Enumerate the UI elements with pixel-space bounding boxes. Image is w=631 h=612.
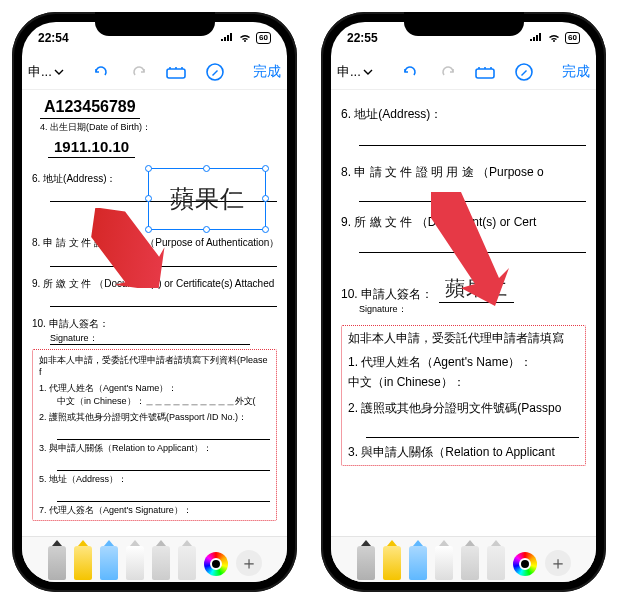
signature-handwriting: 蘋果仁 <box>149 169 265 229</box>
box7: 7. 代理人簽名（Agent's Signature）： <box>39 504 270 516</box>
notch <box>95 12 215 36</box>
box2: 2. 護照或其他身分證明文件號碼(Passport /ID No.)： <box>39 411 270 423</box>
markup-toolbar: 申... 完成 <box>22 54 287 90</box>
box-head: 如非本人申請，受委託代理申請者請填寫 <box>348 330 579 346</box>
box2: 2. 護照或其他身分證明文件號碼(Passpo <box>348 400 579 416</box>
lasso-tool[interactable] <box>152 546 170 580</box>
address-line <box>359 132 586 146</box>
agent-info-box: 如非本人申請，受委託代理申請者請填寫下列資料(Please f 1. 代理人姓名… <box>32 349 277 521</box>
add-shape-button[interactable]: ＋ <box>545 550 571 576</box>
row-address: 6. 地址(Address)： <box>341 106 586 122</box>
status-time: 22:54 <box>38 31 69 45</box>
highlighter-tool[interactable] <box>383 546 401 580</box>
box1a: 中文（in Chinese）：＿＿＿＿＿＿＿＿＿＿外文( <box>57 395 270 407</box>
signal-icon <box>529 33 543 43</box>
highlighter-tool[interactable] <box>74 546 92 580</box>
pen-tool[interactable] <box>357 546 375 580</box>
done-button[interactable]: 完成 <box>253 63 281 81</box>
row-dob-label: 4. 出生日期(Date of Birth)： <box>40 121 277 133</box>
color-picker[interactable] <box>204 552 228 576</box>
svg-marker-2 <box>86 208 166 288</box>
resize-handle[interactable] <box>262 226 269 233</box>
document-area[interactable]: A123456789 4. 出生日期(Date of Birth)： 1911.… <box>22 90 287 536</box>
agent-info-box: 如非本人申請，受委託代理申請者請填寫 1. 代理人姓名（Agent's Name… <box>341 325 586 466</box>
chevron-down-icon <box>54 67 64 77</box>
markup-palette: ＋ <box>22 536 287 582</box>
battery-icon: 60 <box>565 32 580 44</box>
done-button[interactable]: 完成 <box>562 63 590 81</box>
text-box-button[interactable] <box>475 61 497 83</box>
ruler-tool[interactable] <box>178 546 196 580</box>
phone-frame-right: 22:55 60 申... <box>321 12 606 592</box>
wifi-icon <box>547 33 561 43</box>
row-signature: 10. 申請人簽名： <box>341 286 433 302</box>
box2-line <box>366 424 579 438</box>
dob-field: 1911.10.10 <box>48 137 135 158</box>
phone-frame-left: 22:54 60 申... <box>12 12 297 592</box>
box2-line <box>57 426 270 440</box>
box1: 1. 代理人姓名（Agent's Name）： <box>39 382 270 394</box>
id-field: A123456789 <box>40 96 140 119</box>
lasso-tool[interactable] <box>461 546 479 580</box>
eraser-tool[interactable] <box>126 546 144 580</box>
pencil-tool[interactable] <box>409 546 427 580</box>
ruler-tool[interactable] <box>487 546 505 580</box>
box5-line <box>57 488 270 502</box>
markup-toolbar: 申... 完成 <box>331 54 596 90</box>
box3: 3. 與申請人關係（Relation to Applicant <box>348 444 579 460</box>
row-signature-en: Signature： <box>50 332 250 345</box>
instruction-arrow <box>86 208 166 288</box>
markup-pen-button[interactable] <box>513 61 535 83</box>
markup-pen-button[interactable] <box>204 61 226 83</box>
undo-button[interactable] <box>399 61 421 83</box>
signal-icon <box>220 33 234 43</box>
text-box-button[interactable] <box>166 61 188 83</box>
resize-handle[interactable] <box>203 226 210 233</box>
back-title[interactable]: 申... <box>337 63 373 81</box>
status-right: 60 <box>529 32 580 44</box>
pencil-tool[interactable] <box>100 546 118 580</box>
battery-icon: 60 <box>256 32 271 44</box>
undo-button[interactable] <box>90 61 112 83</box>
box3: 3. 與申請人關係（Relation to Applicant）： <box>39 442 270 454</box>
screen-left: 22:54 60 申... <box>22 22 287 582</box>
screenshot-pair: 22:54 60 申... <box>12 12 619 592</box>
svg-rect-0 <box>167 69 185 78</box>
box1: 1. 代理人姓名（Agent's Name）： <box>348 354 579 370</box>
resize-handle[interactable] <box>203 165 210 172</box>
box1a: 中文（in Chinese）： <box>348 374 579 390</box>
add-shape-button[interactable]: ＋ <box>236 550 262 576</box>
notch <box>404 12 524 36</box>
instruction-arrow <box>421 188 511 308</box>
redo-button[interactable] <box>128 61 150 83</box>
status-right: 60 <box>220 32 271 44</box>
redo-button[interactable] <box>437 61 459 83</box>
wifi-icon <box>238 33 252 43</box>
document-area[interactable]: 6. 地址(Address)： 8. 申 請 文 件 證 明 用 途 （Purp… <box>331 90 596 536</box>
resize-handle[interactable] <box>145 195 152 202</box>
status-time: 22:55 <box>347 31 378 45</box>
resize-handle[interactable] <box>262 165 269 172</box>
row-signature: 10. 申請人簽名： <box>32 317 277 331</box>
svg-rect-3 <box>476 69 494 78</box>
back-title[interactable]: 申... <box>28 63 64 81</box>
resize-handle[interactable] <box>262 195 269 202</box>
chevron-down-icon <box>363 67 373 77</box>
screen-right: 22:55 60 申... <box>331 22 596 582</box>
box-head: 如非本人申請，受委託代理申請者請填寫下列資料(Please f <box>39 354 270 378</box>
markup-palette: ＋ <box>331 536 596 582</box>
docs-line <box>50 293 277 307</box>
eraser-tool[interactable] <box>435 546 453 580</box>
color-picker[interactable] <box>513 552 537 576</box>
row-purpose: 8. 申 請 文 件 證 明 用 途 （Purpose o <box>341 164 586 180</box>
svg-marker-5 <box>431 192 509 306</box>
box3-line <box>57 457 270 471</box>
pen-tool[interactable] <box>48 546 66 580</box>
resize-handle[interactable] <box>145 165 152 172</box>
box5: 5. 地址（Address）： <box>39 473 270 485</box>
